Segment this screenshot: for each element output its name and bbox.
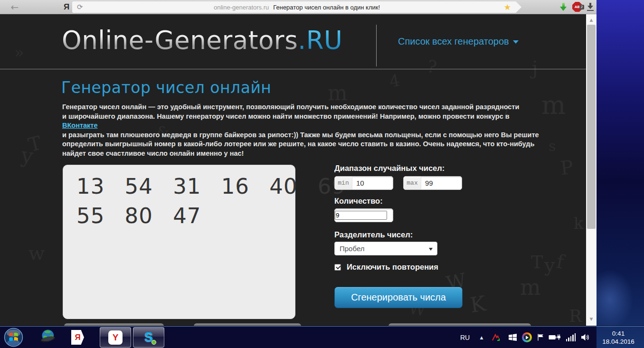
intro-line-2: и широчайшего диапазона. Нашему генерато… bbox=[62, 112, 542, 131]
windows-orb-icon bbox=[4, 328, 23, 347]
numbers-row-1: 13 54 31 16 40 69 bbox=[76, 172, 295, 201]
page-title: Генератор чисел онлайн bbox=[61, 78, 271, 97]
adblock-counter-badge: 2 bbox=[579, 5, 584, 9]
header-rule bbox=[0, 69, 586, 69]
url-host: online-generators.ru bbox=[214, 4, 269, 11]
page-title-in-omnibox: Генератор чисел онлайн в один клик! bbox=[273, 4, 380, 11]
logo-suffix: .RU bbox=[298, 26, 342, 55]
signal-bars-icon bbox=[566, 333, 576, 341]
intro-line-5: найдет свое счастливое число онлайн имен… bbox=[62, 149, 542, 159]
max-input[interactable] bbox=[421, 179, 458, 187]
header-divider bbox=[376, 25, 377, 66]
yandex-menu-icon[interactable]: Я bbox=[61, 2, 72, 12]
logo-text: Online-Generators bbox=[62, 26, 298, 55]
clock-date: 18.04.2016 bbox=[602, 338, 635, 346]
skype-online-dot bbox=[152, 340, 156, 345]
browser-window: ← Я ⟳ online-generators.ru Генератор чис… bbox=[0, 0, 597, 326]
scrollbar-thumb[interactable] bbox=[587, 25, 596, 229]
yandex-browser-icon: Y bbox=[108, 330, 123, 345]
site-logo[interactable]: Online-Generators.RU bbox=[62, 26, 342, 55]
scroll-down-arrow[interactable]: ▼ bbox=[586, 315, 597, 323]
red-green-graph-icon bbox=[492, 334, 501, 341]
action-center-tray-icon[interactable] bbox=[535, 326, 546, 348]
intro-line-4: определить выигрышный номер в какой-либо… bbox=[62, 140, 542, 149]
web-page: mWTyfmKWP»Ty&?m4RsjQVwk/ Online-Generato… bbox=[0, 14, 586, 326]
green-download-arrow-icon bbox=[559, 2, 569, 12]
play-icon bbox=[526, 336, 529, 339]
count-field bbox=[334, 208, 393, 222]
min-input-group: min bbox=[334, 176, 393, 190]
volume-tray-icon[interactable] bbox=[579, 326, 592, 348]
exclude-repeats-label: Исключить повторения bbox=[347, 263, 438, 272]
clock-time: 0:41 bbox=[612, 329, 625, 338]
taskbar-yandex-browser-button[interactable]: Y bbox=[100, 327, 131, 348]
reload-icon[interactable]: ⟳ bbox=[77, 1, 83, 13]
separator-select[interactable]: Пробел bbox=[334, 242, 437, 255]
network-tray-icon[interactable] bbox=[564, 326, 578, 348]
generate-button[interactable]: Сгенерировать числа bbox=[334, 287, 463, 308]
min-input[interactable] bbox=[352, 179, 389, 187]
numbers-row-2: 55 80 47 bbox=[76, 201, 295, 231]
scrollbar[interactable]: ▲ ▼ bbox=[586, 14, 597, 326]
traffic-monitor-tray-icon[interactable] bbox=[490, 326, 502, 348]
intro-paragraph: Генератор чисел онлайн — это удобный инс… bbox=[62, 103, 542, 158]
nav-all-generators-link[interactable]: Список всех генераторов bbox=[398, 36, 519, 47]
taskbar: Я Y S RU ▲ bbox=[0, 326, 644, 348]
clock[interactable]: 0:41 18.04.2016 bbox=[595, 326, 642, 348]
min-prefix-label: min bbox=[335, 177, 352, 189]
language-indicator[interactable]: RU bbox=[457, 326, 473, 348]
generated-numbers-box: 13 54 31 16 40 69 55 80 47 bbox=[63, 165, 295, 319]
media-player-tray-icon[interactable] bbox=[521, 326, 533, 348]
select-caret-icon bbox=[429, 248, 433, 251]
downloads-button[interactable] bbox=[587, 3, 594, 11]
max-input-group: max bbox=[403, 176, 462, 190]
taskbar-globe-app[interactable] bbox=[40, 329, 57, 347]
separator-label: Разделитель чисел: bbox=[334, 230, 413, 239]
count-input[interactable] bbox=[335, 211, 387, 220]
media-player-ring-icon bbox=[522, 332, 532, 342]
nav-link-label: Список всех генераторов bbox=[398, 36, 509, 47]
browser-toolbar: ← Я ⟳ online-generators.ru Генератор чис… bbox=[0, 0, 597, 14]
skype-icon: S bbox=[141, 329, 157, 346]
address-bar[interactable]: ⟳ online-generators.ru Генератор чисел о… bbox=[72, 1, 521, 13]
power-tray-icon[interactable] bbox=[547, 326, 562, 348]
intro-line-1: Генератор чисел онлайн — это удобный инс… bbox=[62, 103, 542, 112]
count-label: Количество: bbox=[334, 197, 383, 206]
get-windows10-tray-icon[interactable] bbox=[506, 326, 519, 348]
battery-charging-icon bbox=[549, 334, 561, 341]
savefrom-extension-icon[interactable] bbox=[559, 2, 569, 12]
max-prefix-label: max bbox=[404, 177, 421, 189]
chevron-down-icon bbox=[513, 40, 519, 44]
globe-icon bbox=[40, 329, 57, 345]
back-button[interactable]: ← bbox=[8, 1, 22, 13]
exclude-repeats-row[interactable]: Исключить повторения bbox=[334, 263, 438, 272]
windows-flag-icon bbox=[509, 334, 517, 341]
exclude-repeats-checkbox[interactable] bbox=[334, 264, 341, 271]
intro-line-3: и разыграть там плюшевого медведя в груп… bbox=[62, 131, 542, 140]
range-label: Диапазон случайных чисел: bbox=[334, 164, 445, 173]
speaker-icon bbox=[581, 334, 590, 341]
show-hidden-icons-button[interactable]: ▲ bbox=[476, 326, 487, 348]
scroll-up-arrow[interactable]: ▲ bbox=[586, 16, 597, 24]
adblock-extension-icon[interactable]: AB 2 bbox=[572, 2, 582, 12]
flag-icon bbox=[537, 334, 544, 341]
vkontakte-link[interactable]: ВКонтакте bbox=[62, 122, 98, 129]
separator-selected-value: Пробел bbox=[340, 245, 365, 253]
desktop-wallpaper bbox=[597, 0, 644, 348]
taskbar-skype-button[interactable]: S bbox=[133, 327, 164, 348]
bookmark-star-icon[interactable]: ★ bbox=[504, 1, 511, 13]
start-button[interactable] bbox=[4, 328, 23, 347]
taskbar-yandex-search-app[interactable]: Я bbox=[71, 330, 84, 345]
